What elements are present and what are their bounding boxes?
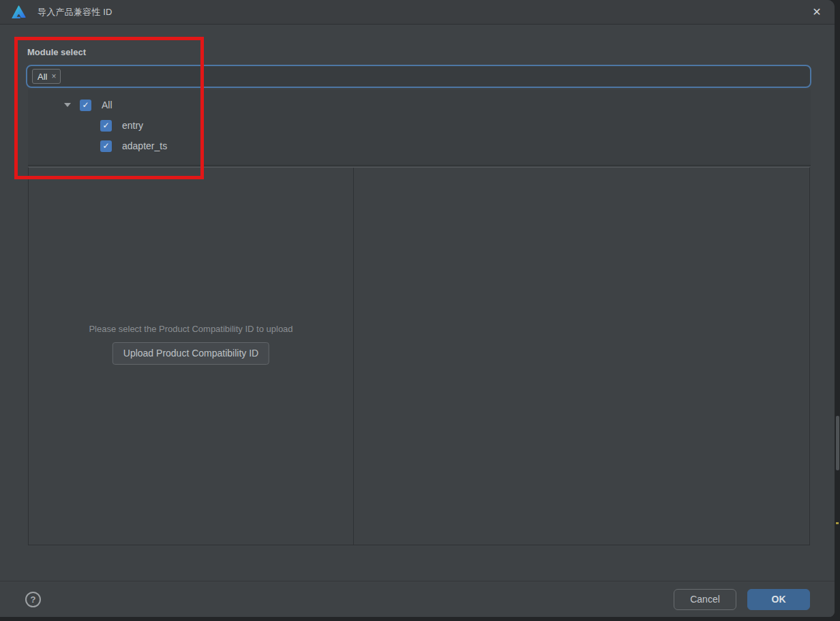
selected-module-tag-label: All — [38, 72, 47, 82]
module-dropdown-popup: ✓ All ✓ entry ✓ adapter_ts — [28, 89, 811, 166]
checkbox-entry[interactable]: ✓ — [100, 120, 112, 132]
upload-hint-text: Please select the Product Compatibility … — [29, 324, 353, 334]
checkbox-all[interactable]: ✓ — [80, 100, 91, 111]
remove-tag-icon[interactable]: × — [51, 72, 56, 80]
tree-item-adapter-ts[interactable]: ✓ adapter_ts — [28, 136, 811, 156]
checkbox-adapter-ts[interactable]: ✓ — [100, 140, 112, 152]
deveco-studio-logo-icon — [12, 5, 26, 18]
dialog-titlebar[interactable]: 导入产品兼容性 ID ✕ — [0, 0, 835, 25]
dialog-footer: ? Cancel OK — [0, 581, 835, 617]
expander-triangle-icon[interactable] — [64, 103, 71, 107]
selected-module-tag[interactable]: All × — [32, 69, 61, 84]
module-select-input[interactable]: All × — [26, 65, 811, 88]
cancel-button[interactable]: Cancel — [674, 589, 736, 610]
ok-button[interactable]: OK — [747, 589, 810, 610]
upload-pane: Please select the Product Compatibility … — [29, 168, 354, 545]
check-icon: ✓ — [102, 121, 109, 130]
import-compatibility-id-dialog: 导入产品兼容性 ID ✕ Module select All × ✓ All ✓… — [0, 0, 835, 617]
close-icon[interactable]: ✕ — [809, 4, 825, 20]
content-panel: Please select the Product Compatibility … — [28, 167, 810, 545]
check-icon: ✓ — [82, 101, 89, 109]
tree-item-all[interactable]: ✓ All — [28, 95, 811, 115]
module-select-label: Module select — [27, 47, 86, 57]
check-icon: ✓ — [102, 142, 109, 150]
tree-item-label: All — [102, 100, 112, 110]
tree-item-label: entry — [122, 120, 143, 131]
ide-scrollbar-thumb[interactable] — [836, 416, 839, 470]
help-icon[interactable]: ? — [25, 592, 41, 607]
upload-compatibility-id-button[interactable]: Upload Product Compatibility ID — [112, 342, 269, 365]
tree-item-entry[interactable]: ✓ entry — [28, 115, 811, 136]
tree-item-label: adapter_ts — [122, 140, 167, 151]
preview-pane — [354, 168, 809, 545]
editor-stripe-mark — [836, 522, 839, 524]
dialog-title: 导入产品兼容性 ID — [38, 6, 112, 18]
